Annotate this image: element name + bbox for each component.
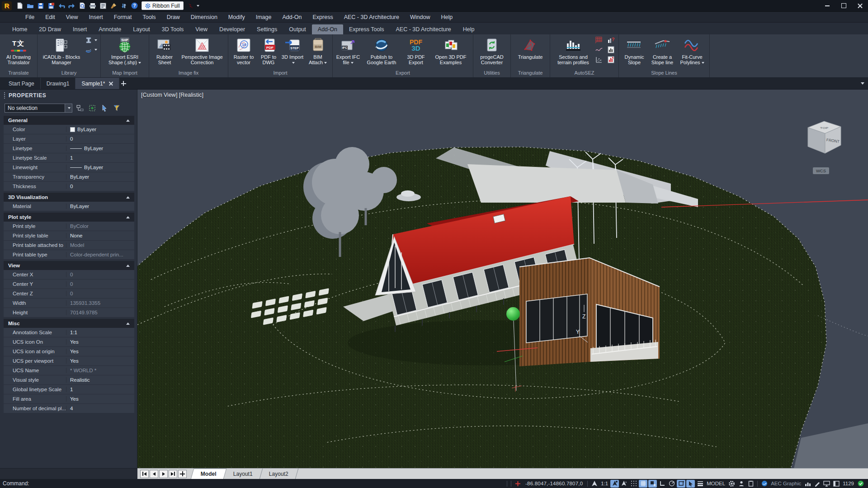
ribbon-tab-3d-tools[interactable]: 3D Tools: [156, 24, 189, 34]
steel-profiles-button[interactable]: [85, 37, 97, 44]
quick-select-icon[interactable]: [88, 104, 97, 112]
section-3d-visualization[interactable]: 3D Visualization: [4, 193, 134, 202]
save-icon[interactable]: [36, 1, 45, 10]
panel-grip-handle[interactable]: [4, 92, 5, 99]
graph-icon[interactable]: [803, 480, 812, 488]
menu-tools[interactable]: Tools: [137, 12, 161, 23]
profile-points-button[interactable]: [595, 56, 604, 64]
property-value[interactable]: ByLayer: [66, 146, 134, 151]
monitor-icon[interactable]: [822, 480, 831, 488]
new-file-icon[interactable]: [15, 1, 24, 10]
curve-tools-button[interactable]: [85, 47, 97, 53]
menu-aec[interactable]: AEC - 3D Architecture: [339, 12, 405, 23]
gear-icon[interactable]: [727, 480, 736, 488]
drawing-canvas[interactable]: Z Y TOP FRONT WCS: [137, 90, 868, 468]
profile-report-button[interactable]: [607, 56, 616, 64]
undo-icon[interactable]: [57, 1, 66, 10]
export-ifc-button[interactable]: IFC Export IFC file: [335, 36, 361, 66]
annotation-pen-icon[interactable]: [813, 480, 821, 488]
menu-edit[interactable]: Edit: [40, 12, 61, 23]
profile-curve-button[interactable]: [595, 46, 604, 54]
property-value[interactable]: 4: [66, 406, 134, 411]
doc-tab-sample1[interactable]: Sample1*: [75, 78, 119, 89]
import-esri-shape-button[interactable]: SHP Import ESRI Shape (.shp): [103, 36, 146, 66]
ribbon-tab-home[interactable]: Home: [6, 24, 33, 34]
property-value[interactable]: ByLayer: [66, 127, 134, 132]
ribbon-tab-output[interactable]: Output: [283, 24, 312, 34]
etrack-toggle[interactable]: [620, 480, 628, 488]
tab-layout2[interactable]: Layout2: [259, 469, 298, 479]
status-ok-icon[interactable]: [856, 480, 865, 488]
profile-query-button[interactable]: ?: [607, 36, 616, 44]
property-value[interactable]: Yes: [66, 358, 134, 364]
selection-dropdown[interactable]: No selection: [5, 104, 72, 113]
close-button[interactable]: [852, 0, 868, 11]
open-3d-pdf-examples-button[interactable]: Open 3D PDF Examples: [431, 36, 471, 66]
menu-image[interactable]: Image: [250, 12, 277, 23]
ribbon-tab-settings[interactable]: Settings: [251, 24, 283, 34]
drawing-viewport[interactable]: Z Y TOP FRONT WCS [Custom View] [Rea: [137, 90, 868, 468]
sections-terrain-profiles-button[interactable]: Sections and terrain profiles: [552, 36, 594, 66]
reset-workspace-icon[interactable]: [186, 1, 195, 10]
polar-toggle[interactable]: [667, 480, 676, 488]
profile-chart-button[interactable]: [607, 46, 616, 54]
ortho-toggle[interactable]: [658, 480, 666, 488]
ribbon-tab-annotate[interactable]: Annotate: [93, 24, 127, 34]
section-general[interactable]: General: [4, 116, 134, 125]
section-misc[interactable]: Misc: [4, 319, 134, 328]
section-plot-style[interactable]: Plot style: [4, 213, 134, 222]
ribbon-tab-view[interactable]: View: [189, 24, 213, 34]
3d-pdf-export-button[interactable]: PDF3D 3D PDF Export: [402, 36, 430, 66]
property-value[interactable]: 0: [66, 184, 134, 189]
maximize-button[interactable]: [835, 0, 852, 11]
last-tab-button[interactable]: [169, 470, 177, 478]
add-layout-button[interactable]: [178, 470, 187, 478]
ribbon-tab-developer[interactable]: Developer: [213, 24, 251, 34]
menu-file[interactable]: File: [20, 12, 40, 23]
ribbon-mode-selector[interactable]: Ribbon Full: [142, 1, 184, 10]
annotation-scale[interactable]: 1:1: [599, 481, 610, 486]
grid-toggle[interactable]: [639, 480, 647, 488]
progecad-converter-button[interactable]: progeCAD Converter: [476, 36, 508, 66]
fit-curve-polylines-button[interactable]: Fit-Curve Polylines: [677, 36, 707, 66]
property-value[interactable]: ByLayer: [66, 174, 134, 180]
lineweight-display-toggle[interactable]: [696, 480, 704, 488]
clipboard-icon[interactable]: [746, 480, 755, 488]
property-value[interactable]: Yes: [66, 349, 134, 354]
dyn-input-toggle[interactable]: [686, 480, 695, 488]
property-value[interactable]: ByLayer: [66, 204, 134, 209]
sync-arrows-icon[interactable]: [119, 1, 128, 10]
perspective-correction-button[interactable]: Perspective Image Correction: [179, 36, 226, 66]
property-value[interactable]: 1: [66, 155, 134, 161]
close-icon[interactable]: [109, 81, 113, 85]
pdf-to-dwg-button[interactable]: PDF PDF to DWG: [258, 36, 279, 66]
menu-draw[interactable]: Draw: [161, 12, 185, 23]
menu-format[interactable]: Format: [108, 12, 137, 23]
open-folder-icon[interactable]: [26, 1, 35, 10]
profile-grid-button[interactable]: [595, 36, 604, 44]
filter-icon[interactable]: [113, 104, 121, 112]
ribbon-tab-aec[interactable]: AEC - 3D Architecture: [390, 24, 457, 34]
ribbon-tab-insert[interactable]: Insert: [67, 24, 93, 34]
user-icon[interactable]: [737, 480, 745, 488]
ribbon-tab-2d-draw[interactable]: 2D Draw: [33, 24, 67, 34]
clean-brush-icon[interactable]: [109, 1, 118, 10]
property-value[interactable]: Yes: [66, 396, 134, 402]
tab-model[interactable]: Model: [191, 469, 226, 479]
snap-toggle[interactable]: [648, 480, 657, 488]
menu-modify[interactable]: Modify: [223, 12, 250, 23]
ribbon-tab-layout[interactable]: Layout: [127, 24, 156, 34]
panels-icon[interactable]: [832, 480, 840, 488]
chevron-down-icon[interactable]: [65, 104, 72, 112]
redo-icon[interactable]: [67, 1, 76, 10]
property-value[interactable]: Yes: [66, 339, 134, 345]
menu-express[interactable]: Express: [307, 12, 339, 23]
ucs-icon[interactable]: [590, 480, 599, 488]
tab-list-chevron-icon[interactable]: [861, 82, 864, 85]
aec-mode-icon[interactable]: [760, 480, 769, 488]
tab-layout1[interactable]: Layout1: [223, 469, 262, 479]
esnap-toggle[interactable]: [610, 480, 619, 488]
menu-help[interactable]: Help: [435, 12, 458, 23]
menu-insert[interactable]: Insert: [84, 12, 108, 23]
rubber-sheet-button[interactable]: Rubber Sheet: [151, 36, 178, 66]
